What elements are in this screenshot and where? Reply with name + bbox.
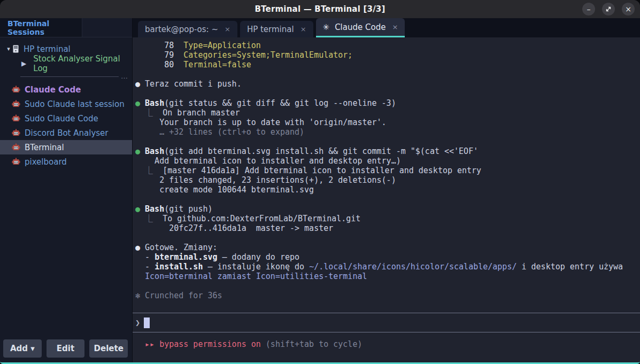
terminal-line: Icon=bterminal zamiast Icon=utilities-te… <box>135 272 640 281</box>
maximize-icon <box>605 5 612 13</box>
terminal-line: ● Gotowe. Zmiany: <box>135 243 640 252</box>
session-item-label: Claude Code <box>25 85 81 95</box>
tree-item-label: HP terminal <box>24 44 71 54</box>
tab-label: HP terminal <box>247 25 294 34</box>
prompt-input[interactable]: ❯ <box>133 313 640 332</box>
session-item-label: pixelboard <box>25 157 67 167</box>
bullet-icon: ● <box>135 98 145 108</box>
terminal-line: ● Bash(git add bterminal.svg install.sh … <box>135 146 640 156</box>
close-tab-icon[interactable]: × <box>392 23 398 31</box>
sidebar-header-label: BTerminal Sessions <box>0 18 82 37</box>
prompt-chevron-icon: ❯ <box>135 318 140 328</box>
bullet-icon: ● <box>135 204 145 214</box>
terminal-line: Your branch is up to date with 'origin/m… <box>135 118 640 127</box>
terminal-line: create mode 100644 bterminal.svg <box>135 185 640 195</box>
terminal-line: ⎿ On branch master <box>135 108 640 118</box>
session-item-sudo-claude-code[interactable]: Sudo Claude Code <box>0 111 132 126</box>
terminal-blank-line <box>135 89 640 98</box>
tab-label: bartek@pop-os: ~ <box>145 25 218 34</box>
title-bar[interactable]: BTerminal — BTerminal [3/3] – × <box>0 0 640 18</box>
bullet-icon: ● <box>135 79 145 89</box>
terminal-line: ● Bash(git push) <box>135 204 640 214</box>
robot-icon <box>12 143 20 152</box>
session-item-sudo-claude-last-session[interactable]: Sudo Claude last session <box>0 97 132 111</box>
terminal-line: Add bterminal icon to installer and desk… <box>135 156 640 166</box>
terminal-line: ⎿ To github.com:DexterFromLab/BTerminal.… <box>135 214 640 223</box>
close-icon: × <box>625 5 631 13</box>
crunched-status: ✻ Crunched for 36s <box>135 291 640 300</box>
window-body: BTerminal Sessions ▾ HP terminal ▶ <box>0 18 640 362</box>
terminal-line: 78 Type=Application <box>135 41 640 50</box>
close-tab-icon[interactable]: × <box>225 25 230 33</box>
permissions-mode-text: bypass permissions on <box>159 339 261 349</box>
add-button[interactable]: Add ▾ <box>3 339 42 358</box>
tab-bar: bartek@pop-os: ~ × HP terminal × ✳ Claud… <box>133 18 640 37</box>
permissions-hint-text: (shift+tab to cycle) <box>261 339 363 349</box>
main-panel: bartek@pop-os: ~ × HP terminal × ✳ Claud… <box>133 18 640 362</box>
computer-icon <box>13 45 19 53</box>
text-cursor <box>144 317 150 328</box>
permissions-status-bar: ▸▸ bypass permissions on (shift+tab to c… <box>133 332 640 362</box>
tab-bartek-pop-os[interactable]: bartek@pop-os: ~ × <box>138 21 237 37</box>
robot-icon <box>12 100 20 109</box>
divider-line <box>20 76 119 77</box>
terminal-pane[interactable]: 78 Type=Application 79 Categories=System… <box>133 37 640 362</box>
window-controls: – × <box>582 3 635 16</box>
delete-button[interactable]: Delete <box>89 339 128 358</box>
bullet-icon: ● <box>135 243 145 252</box>
double-arrow-icon: ▸▸ <box>135 339 159 349</box>
terminal-line: 20fc27f..416da1a master -> master <box>135 223 640 233</box>
maximize-button[interactable] <box>602 3 615 16</box>
terminal-line: 80 Terminal=false <box>135 60 640 69</box>
terminal-line: … +32 lines (ctrl+o to expand) <box>135 127 640 137</box>
edit-button[interactable]: Edit <box>47 339 85 358</box>
minimize-icon: – <box>587 5 591 13</box>
bterminal-window: BTerminal — BTerminal [3/3] – × BTermina… <box>0 0 640 364</box>
tab-label: Claude Code <box>335 22 385 32</box>
terminal-line: ● Bash(git status && git diff && git log… <box>135 98 640 108</box>
session-item-claude-code[interactable]: Claude Code <box>0 82 132 97</box>
session-item-discord-bot-analyser[interactable]: Discord Bot Analyser <box>0 126 132 140</box>
sidebar-header-spacer <box>82 18 132 37</box>
spark-icon: ✳ <box>323 22 330 32</box>
terminal-output: 78 Type=Application 79 Categories=System… <box>133 37 640 313</box>
session-item-label: Discord Bot Analyser <box>25 128 108 138</box>
sessions-sidebar: BTerminal Sessions ▾ HP terminal ▶ <box>0 18 133 362</box>
tree-item-stock-analyser-log[interactable]: ▶ Stock Analyser Signal Log <box>0 56 132 71</box>
terminal-blank-line <box>135 137 640 146</box>
terminal-line: 2 files changed, 23 insertions(+), 2 del… <box>135 175 640 185</box>
close-tab-icon[interactable]: × <box>300 25 306 33</box>
chevron-down-icon[interactable]: ▾ <box>4 45 13 52</box>
tab-hp-terminal[interactable]: HP terminal × <box>240 21 313 37</box>
session-item-label: Sudo Claude Code <box>25 114 98 123</box>
bullet-icon: ● <box>135 146 145 156</box>
terminal-line: ⎿ [master 416da1a] Add bterminal icon to… <box>135 166 640 175</box>
session-item-label: BTerminal <box>25 143 64 152</box>
play-icon: ▶ <box>21 60 28 67</box>
session-item-pixelboard[interactable]: pixelboard <box>0 154 132 169</box>
terminal-blank-line <box>135 281 640 291</box>
robot-icon <box>12 114 20 123</box>
tree-item-label: Stock Analyser Signal Log <box>33 54 132 73</box>
close-button[interactable]: × <box>622 3 635 16</box>
sidebar-buttons: Add ▾ Edit Delete <box>0 335 132 362</box>
branch-connector: ⎿ <box>135 166 163 175</box>
terminal-line: ● Teraz commit i push. <box>135 79 640 89</box>
session-item-bterminal[interactable]: BTerminal <box>0 140 132 154</box>
terminal-line: - bterminal.svg — dodany do repo <box>135 252 640 262</box>
divider-ellipsis: … <box>121 75 128 78</box>
minimize-button[interactable]: – <box>582 3 595 16</box>
tab-claude-code[interactable]: ✳ Claude Code × <box>316 18 405 37</box>
terminal-line: 79 Categories=System;TerminalEmulator; <box>135 50 640 60</box>
terminal-blank-line <box>135 69 640 79</box>
session-item-label: Sudo Claude last session <box>25 99 125 109</box>
sessions-tree: ▾ HP terminal ▶ Stock Analyser Signal Lo… <box>0 37 132 335</box>
robot-icon <box>12 129 20 137</box>
branch-connector: ⎿ <box>135 108 163 118</box>
robot-icon <box>12 86 20 94</box>
window-title: BTerminal — BTerminal [3/3] <box>0 0 640 18</box>
terminal-line: - install.sh — instaluje ikonę do ~/.loc… <box>135 262 640 272</box>
robot-icon <box>12 158 20 166</box>
terminal-blank-line <box>135 233 640 243</box>
branch-connector: ⎿ <box>135 214 163 223</box>
